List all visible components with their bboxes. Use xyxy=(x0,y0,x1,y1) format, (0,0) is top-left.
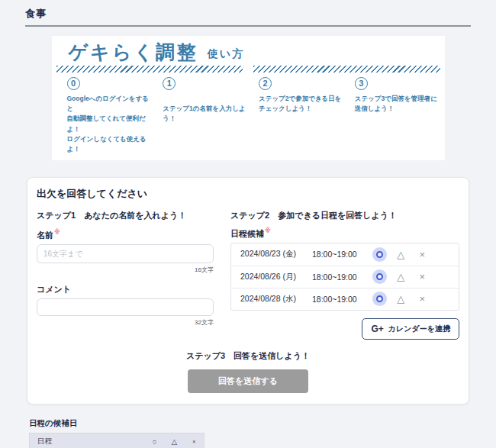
cross-option[interactable]: × xyxy=(415,247,430,262)
triangle-column-header: △ xyxy=(165,433,185,448)
step-3-text: ステップ3で回答を管理者に 送信しよう！ xyxy=(355,94,440,114)
date-label: 2024/08/26 (月) xyxy=(240,272,306,282)
step1-heading: ステップ1 あなたの名前を入れよう！ xyxy=(37,210,214,221)
response-form-card: 出欠を回答してください ステップ1 あなたの名前を入れよう！ 名前※ 16文字 … xyxy=(27,177,469,404)
triangle-icon: △ xyxy=(397,294,404,304)
name-input[interactable] xyxy=(37,244,214,263)
circle-halo xyxy=(372,247,387,262)
name-label: 名前※ xyxy=(37,229,214,241)
step3-section: ステップ3 回答を送信しよう！ 回答を送信する xyxy=(37,350,459,393)
header-divider xyxy=(25,25,471,27)
step-3-number-icon: 3 xyxy=(355,77,368,90)
attendance-options: △ × xyxy=(372,247,430,262)
date-label: 2024/08/23 (金) xyxy=(240,249,306,259)
hatch-stripe-right xyxy=(253,66,440,73)
howto-banner: ゲキらく調整 使い方 0 Googleへのログインをすると 自動調整してくれて便… xyxy=(52,36,445,160)
time-label: 18:00~19:00 xyxy=(312,250,357,259)
calendar-row: G+ カレンダーを連携 xyxy=(230,318,459,340)
name-char-limit: 16文字 xyxy=(37,266,214,274)
banner-steps: 0 Googleへのログインをすると 自動調整してくれて便利だよ！ ログインしな… xyxy=(56,77,440,154)
step2-heading: ステップ2 参加できる日程を回答しよう！ xyxy=(230,210,459,221)
page-title: 食事 xyxy=(25,7,471,21)
banner-step-1: 1 ステップ1の名前を入力しよう！ xyxy=(152,77,248,154)
banner-step-3: 3 ステップ3で回答を管理者に 送信しよう！ xyxy=(344,77,440,154)
form-title: 出欠を回答してください xyxy=(37,187,459,201)
table-header-row: 日程 ○ △ × xyxy=(30,433,205,448)
step2-section: ステップ2 参加できる日程を回答しよう！ 日程候補※ 2024/08/23 (金… xyxy=(230,210,459,340)
banner-step-2: 2 ステップ2で参加できる日を チェックしよう！ xyxy=(248,77,344,154)
hatch-stripe-left xyxy=(56,66,243,73)
step3-heading: ステップ3 回答を送信しよう！ xyxy=(37,350,459,362)
triangle-option[interactable]: △ xyxy=(394,269,408,284)
summary-section: 日程の候補日 日程 ○ △ × 2024/08/23 (金)18:00~19:0… xyxy=(29,418,205,448)
step-0-text: Googleへのログインをすると 自動調整してくれて便利だよ！ ログインしなくて… xyxy=(67,94,153,154)
step-2-number-icon: 2 xyxy=(259,77,272,90)
circle-option-selected[interactable] xyxy=(372,247,387,262)
step-0-number-icon: 0 xyxy=(67,77,80,90)
step1-section: ステップ1 あなたの名前を入れよう！ 名前※ 16文字 コメント 32文字 xyxy=(37,210,214,340)
attendance-options: △ × xyxy=(372,292,430,306)
form-columns: ステップ1 あなたの名前を入れよう！ 名前※ 16文字 コメント 32文字 ステ… xyxy=(37,210,459,340)
circle-icon xyxy=(376,295,383,302)
hatch-stripes xyxy=(56,66,440,73)
cross-icon: × xyxy=(419,294,425,304)
circle-halo xyxy=(372,292,387,306)
cross-icon: × xyxy=(419,250,425,259)
date-label: 2024/08/28 (水) xyxy=(240,294,306,305)
google-icon: G+ xyxy=(371,324,383,334)
circle-halo xyxy=(372,269,387,284)
step-1-text: ステップ1の名前を入力しよう！ xyxy=(163,104,248,124)
submit-answer-button[interactable]: 回答を送信する xyxy=(188,369,308,393)
date-candidates-label: 日程候補※ xyxy=(230,227,459,240)
calendar-button-label: カレンダーを連携 xyxy=(388,324,450,334)
step-1-number-icon: 1 xyxy=(163,77,176,90)
triangle-icon: △ xyxy=(397,272,404,282)
triangle-option[interactable]: △ xyxy=(394,247,408,262)
banner-step-0: 0 Googleへのログインをすると 自動調整してくれて便利だよ！ ログインしな… xyxy=(56,77,153,154)
cross-column-header: × xyxy=(185,433,205,448)
required-mark: ※ xyxy=(265,227,271,234)
date-column-header: 日程 xyxy=(30,433,145,448)
date-row: 2024/08/28 (水) 18:00~19:00 △ × xyxy=(231,288,459,310)
time-label: 18:00~19:00 xyxy=(312,295,357,304)
banner-title-row: ゲキらく調整 使い方 xyxy=(69,40,440,63)
date-row: 2024/08/26 (月) 18:00~19:00 △ × xyxy=(231,266,459,288)
cross-option[interactable]: × xyxy=(415,269,430,284)
candidate-dates-table: 日程 ○ △ × 2024/08/23 (金)18:00~19:00 0 0 0… xyxy=(29,433,205,448)
time-label: 18:00~19:00 xyxy=(312,272,357,282)
summary-title: 日程の候補日 xyxy=(29,418,205,429)
comment-char-limit: 32文字 xyxy=(37,318,214,327)
step-2-text: ステップ2で参加できる日を チェックしよう！ xyxy=(259,94,344,114)
cross-icon: × xyxy=(419,272,425,282)
circle-option-selected[interactable] xyxy=(372,292,387,306)
circle-option-selected[interactable] xyxy=(372,269,387,284)
circle-icon xyxy=(376,273,383,280)
cross-option[interactable]: × xyxy=(415,292,430,306)
triangle-option[interactable]: △ xyxy=(394,292,408,306)
comment-label: コメント xyxy=(37,284,214,295)
required-mark: ※ xyxy=(54,229,60,236)
circle-icon xyxy=(376,251,383,258)
banner-title: ゲキらく調整 xyxy=(69,40,198,63)
attendance-options: △ × xyxy=(372,269,430,284)
comment-input[interactable] xyxy=(37,298,214,316)
circle-column-header: ○ xyxy=(145,433,165,448)
banner-subtitle: 使い方 xyxy=(208,47,244,63)
calendar-link-button[interactable]: G+ カレンダーを連携 xyxy=(362,318,459,340)
date-candidate-list: 2024/08/23 (金) 18:00~19:00 △ × 2024/08/2… xyxy=(230,243,459,311)
triangle-icon: △ xyxy=(397,250,404,259)
date-row: 2024/08/23 (金) 18:00~19:00 △ × xyxy=(231,243,459,266)
page-header: 食事 xyxy=(0,0,496,27)
